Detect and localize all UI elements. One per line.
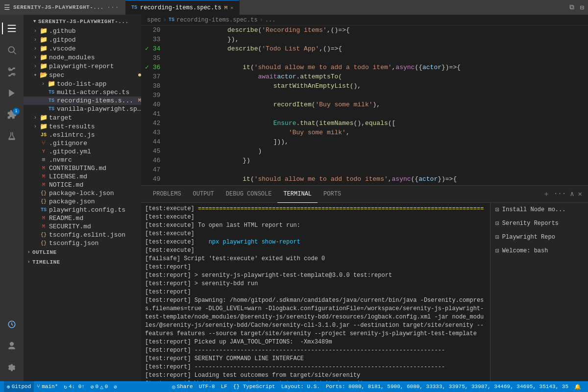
sidebar-item-license[interactable]: M LICENSE.md — [24, 172, 141, 181]
status-no-config[interactable]: ⊘ — [111, 381, 120, 392]
activity-extensions[interactable]: 1 — [2, 105, 22, 124]
outline-label: OUTLINE — [32, 249, 57, 255]
sidebar-item-eslintrc[interactable]: JS .eslintrc.js — [24, 131, 141, 139]
sidebar-playwright-repo[interactable]: ⊡ Playwright Repo — [490, 230, 588, 244]
tab-output[interactable]: OUTPUT — [187, 186, 220, 203]
tab-modified-badge: M — [224, 5, 228, 11]
status-language[interactable]: {} TypeScript — [230, 381, 278, 392]
status-ports[interactable]: Ports: 8080, 8181, 5900, 6080, 33333, 33… — [323, 381, 571, 392]
sidebar-item-playwright-config[interactable]: TS playwright.config.ts — [24, 206, 141, 214]
sidebar-item-multi-actor[interactable]: TS multi-actor.spec.ts — [24, 88, 141, 97]
folder-arrow: ▾ — [31, 72, 39, 78]
breadcrumb-spec[interactable]: spec — [147, 17, 161, 24]
panel-up-icon[interactable]: ∧ — [570, 190, 574, 198]
sidebar-item-notice[interactable]: M NOTICE.md — [24, 181, 141, 189]
sidebar-serenity-reports[interactable]: ⊡ Serenity Reports — [490, 217, 588, 230]
activity-account[interactable] — [2, 336, 22, 356]
folder-icon: 📁 — [39, 27, 48, 35]
timeline-header[interactable]: › TIMELINE — [24, 257, 141, 267]
sidebar-item-readme[interactable]: M README.md — [24, 214, 141, 222]
folder-arrow: › — [31, 115, 39, 121]
sidebar-item-spec[interactable]: ▾ 📂 spec — [24, 71, 141, 79]
status-gitpod[interactable]: ⊕ Gitpod — [4, 381, 34, 392]
breadcrumb-ellipsis[interactable]: ... — [265, 17, 276, 24]
code-content[interactable]: describe('Recording items', () => { }), … — [164, 25, 588, 185]
activity-settings[interactable] — [2, 358, 22, 377]
sidebar-item-gitignore[interactable]: ⑂ .gitignore — [24, 139, 141, 147]
sidebar-item-node-modules[interactable]: › 📁 node_modules — [24, 53, 141, 62]
status-errors[interactable]: ⊘ 0 △ 0 — [88, 381, 111, 392]
breadcrumb: spec › TS recording-items.spec.ts › ... — [141, 15, 588, 25]
install-node-label: Install Node mo... — [502, 206, 566, 213]
sidebar-item-todo-list-app[interactable]: › 📁 todo-list-app — [24, 79, 141, 88]
sidebar-item-package-lock[interactable]: {} package-lock.json — [24, 189, 141, 197]
sidebar-item-contributing[interactable]: M CONTRIBUTING.md — [24, 164, 141, 172]
folder-icon: 📁 — [39, 36, 48, 44]
layout-icon[interactable]: ⊟ — [580, 3, 584, 12]
status-line-ending[interactable]: LF — [218, 381, 230, 392]
sync-label: 4↓ 0↑ — [69, 384, 85, 390]
md-icon: M — [39, 166, 48, 171]
sidebar-item-package[interactable]: {} package.json — [24, 197, 141, 206]
explorer-label: SERENITY-JS-PLAYWRIGHT-... — [13, 4, 104, 10]
sidebar-item-github[interactable]: › 📁 .github — [24, 26, 141, 35]
sidebar-item-vanilla-playwright[interactable]: TS vanilla-playwright.spec... — [24, 105, 141, 113]
sidebar-item-test-results[interactable]: › 📁 test-results — [24, 122, 141, 131]
sidebar-item-tsconfig[interactable]: {} tsconfig.json — [24, 239, 141, 247]
activity-source-control[interactable] — [2, 62, 22, 81]
sidebar-install-node[interactable]: ⊡ Install Node mo... — [490, 203, 588, 217]
ports-label: Ports: 8080, 8181, 5900, 6080, 33333, 33… — [326, 384, 568, 390]
svg-line-1 — [14, 52, 16, 54]
term-line-12: [test:report] Spawning: /home/gitpod/.sd… — [145, 296, 486, 338]
panel-more-icon[interactable]: ··· — [554, 190, 566, 198]
breadcrumb-file[interactable]: recording-items.spec.ts — [176, 17, 258, 24]
status-layout[interactable]: Layout: U.S. — [278, 381, 323, 392]
folder-icon: 📁 — [39, 53, 48, 61]
git-icon: ⑂ — [39, 140, 48, 147]
panel-close-icon[interactable]: ✕ — [578, 190, 582, 198]
tab-debug-console[interactable]: DEBUG CONSOLE — [220, 186, 278, 203]
sidebar-item-gitpod[interactable]: › 📁 .gitpod — [24, 35, 141, 44]
term-line-16: [test:report] --------------------------… — [145, 363, 486, 371]
activity-run[interactable] — [2, 83, 22, 103]
activity-remote[interactable] — [2, 315, 22, 334]
sidebar-item-security[interactable]: M SECURITY.md — [24, 222, 141, 231]
tab-terminal[interactable]: TERMINAL — [277, 186, 318, 203]
code-line-20: describe('Recording items', () => { — [166, 25, 586, 35]
ln-38: 38 — [145, 81, 160, 91]
sidebar-item-nvmrc[interactable]: ≡ .nvmrc — [24, 156, 141, 164]
tab-problems[interactable]: PROBLEMS — [147, 186, 187, 203]
md-icon: M — [39, 216, 48, 221]
term-line-15: [test:report] SERENITY COMMAND LINE INTE… — [145, 355, 486, 363]
status-share[interactable]: ◎ Share — [169, 381, 196, 392]
tab-recording-items[interactable]: TS recording-items.spec.ts M ✕ — [125, 0, 240, 15]
status-bell[interactable]: 🔔 — [571, 381, 584, 392]
panel-tabs: PROBLEMS OUTPUT DEBUG CONSOLE TERMINAL P… — [141, 186, 588, 203]
outline-header[interactable]: › OUTLINE — [24, 247, 141, 257]
sidebar-item-recording-items[interactable]: TS recording-items.s... M — [24, 97, 141, 105]
split-editor-icon[interactable]: ⧉ — [569, 3, 574, 12]
sidebar-item-target[interactable]: › 📁 target — [24, 113, 141, 122]
activity-explorer[interactable] — [2, 19, 22, 38]
new-terminal-icon[interactable]: ＋ — [543, 190, 550, 198]
sidebar-item-vscode[interactable]: › 📁 .vscode — [24, 44, 141, 53]
status-encoding[interactable]: UTF-8 — [196, 381, 218, 392]
tab-ports[interactable]: PORTS — [318, 186, 347, 203]
menu-icon[interactable]: ☰ — [4, 3, 10, 12]
terminal-content[interactable]: [test:execute] =========================… — [141, 203, 490, 381]
sidebar-item-tsconfig-eslint[interactable]: {} tsconfig.eslint.json — [24, 231, 141, 239]
activity-testing[interactable] — [2, 126, 22, 146]
md-icon: M — [39, 224, 48, 229]
sidebar-welcome-bash[interactable]: ⊡ Welcome: bash — [490, 244, 588, 258]
json-icon: {} — [39, 232, 48, 238]
sidebar-item-gitpod-yml[interactable]: Y .gitpod.yml — [24, 147, 141, 156]
encoding-label: UTF-8 — [199, 384, 215, 390]
status-branch[interactable]: ⑂ main* — [34, 381, 61, 392]
tab-close-icon[interactable]: ✕ — [230, 5, 233, 11]
ln-40: 40 — [145, 100, 160, 109]
editor-area: spec › TS recording-items.spec.ts › ... … — [141, 15, 588, 381]
activity-search[interactable] — [2, 40, 22, 60]
sidebar-item-playwright-report[interactable]: › 📁 playwright-report — [24, 62, 141, 71]
explorer-more-icon[interactable]: ··· — [107, 3, 119, 11]
status-sync[interactable]: ↻ 4↓ 0↑ — [61, 381, 88, 392]
